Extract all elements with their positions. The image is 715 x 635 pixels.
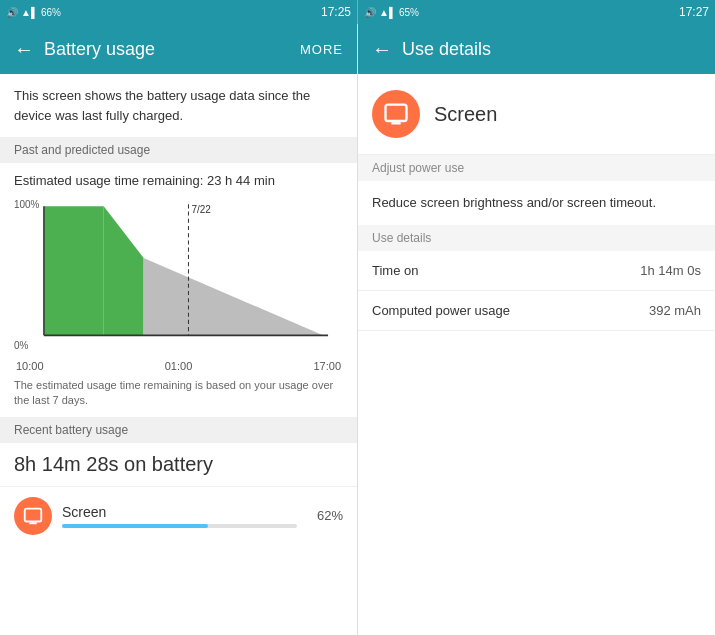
chart-green-slope xyxy=(104,206,144,335)
time-on-row: Time on 1h 14m 0s xyxy=(358,251,715,291)
right-status-icons: 🔊 ▲▌ 65% xyxy=(364,7,419,18)
adjust-power-text: Reduce screen brightness and/or screen t… xyxy=(358,181,715,225)
computed-power-row: Computed power usage 392 mAh xyxy=(358,291,715,331)
use-details-app-name: Screen xyxy=(434,103,497,126)
left-status-icons: 🔊 ▲▌ 66% xyxy=(6,7,61,18)
chart-note: The estimated usage time remaining is ba… xyxy=(0,370,357,417)
past-section-header: Past and predicted usage xyxy=(0,137,357,163)
use-details-app-header: Screen xyxy=(358,74,715,155)
screen-app-icon xyxy=(14,497,52,535)
estimated-time-text: Estimated usage time remaining: 23 h 44 … xyxy=(14,173,343,188)
screen-battery-percent: 62% xyxy=(307,508,343,523)
battery-chart: 100% 0% 7/22 10:00 xyxy=(14,196,343,356)
right-battery-percent: 65% xyxy=(399,7,419,18)
left-status-time: 17:25 xyxy=(321,5,351,19)
right-signal-icon: ▲▌ xyxy=(379,7,396,18)
use-details-app-icon xyxy=(372,90,420,138)
right-status-bar: 🔊 ▲▌ 65% 17:27 xyxy=(357,0,715,24)
right-header: ← Use details xyxy=(358,24,715,74)
more-button[interactable]: MORE xyxy=(300,42,343,57)
svg-rect-0 xyxy=(25,508,42,521)
battery-time-text: 8h 14m 28s on battery xyxy=(0,443,357,486)
chart-label-start: 10:00 xyxy=(16,360,44,372)
screen-item-name: Screen xyxy=(62,504,297,520)
right-wifi-icon: 🔊 xyxy=(364,7,376,18)
left-battery-percent: 66% xyxy=(41,7,61,18)
left-back-button[interactable]: ← xyxy=(14,38,34,61)
computed-power-value: 392 mAh xyxy=(649,303,701,318)
right-panel: ← Use details Screen Adjust power use Re… xyxy=(358,24,715,635)
right-back-button[interactable]: ← xyxy=(372,38,392,61)
chart-x-labels: 10:00 01:00 17:00 xyxy=(14,360,343,372)
signal-icon: ▲▌ xyxy=(21,7,38,18)
battery-info-text: This screen shows the battery usage data… xyxy=(0,74,357,137)
time-on-label: Time on xyxy=(372,263,418,278)
left-header: ← Battery usage MORE xyxy=(0,24,357,74)
left-status-bar: 🔊 ▲▌ 66% 17:25 xyxy=(0,0,357,24)
right-status-time: 17:27 xyxy=(679,5,709,19)
use-details-section-header: Use details xyxy=(358,225,715,251)
battery-item-screen[interactable]: Screen 62% xyxy=(0,486,357,545)
adjust-power-section-header: Adjust power use xyxy=(358,155,715,181)
y-max-label: 100% xyxy=(14,199,39,210)
chart-marker-label: 7/22 xyxy=(191,203,211,214)
wifi-icon: 🔊 xyxy=(6,7,18,18)
y-min-label: 0% xyxy=(14,340,28,351)
chart-svg: 100% 0% 7/22 xyxy=(14,196,343,356)
screen-item-info: Screen xyxy=(62,504,297,528)
time-on-value: 1h 14m 0s xyxy=(640,263,701,278)
recent-section-header: Recent battery usage xyxy=(0,417,357,443)
computed-power-label: Computed power usage xyxy=(372,303,510,318)
svg-rect-3 xyxy=(386,105,407,121)
chart-green-bar xyxy=(44,206,104,335)
right-header-title: Use details xyxy=(402,39,701,60)
left-panel: ← Battery usage MORE This screen shows t… xyxy=(0,24,358,635)
chart-label-end: 17:00 xyxy=(313,360,341,372)
usage-section: Estimated usage time remaining: 23 h 44 … xyxy=(0,163,357,370)
screen-bar-container xyxy=(62,524,297,528)
screen-bar-fill xyxy=(62,524,208,528)
chart-label-mid: 01:00 xyxy=(165,360,193,372)
left-header-title: Battery usage xyxy=(44,39,300,60)
chart-gray-area xyxy=(144,258,323,335)
